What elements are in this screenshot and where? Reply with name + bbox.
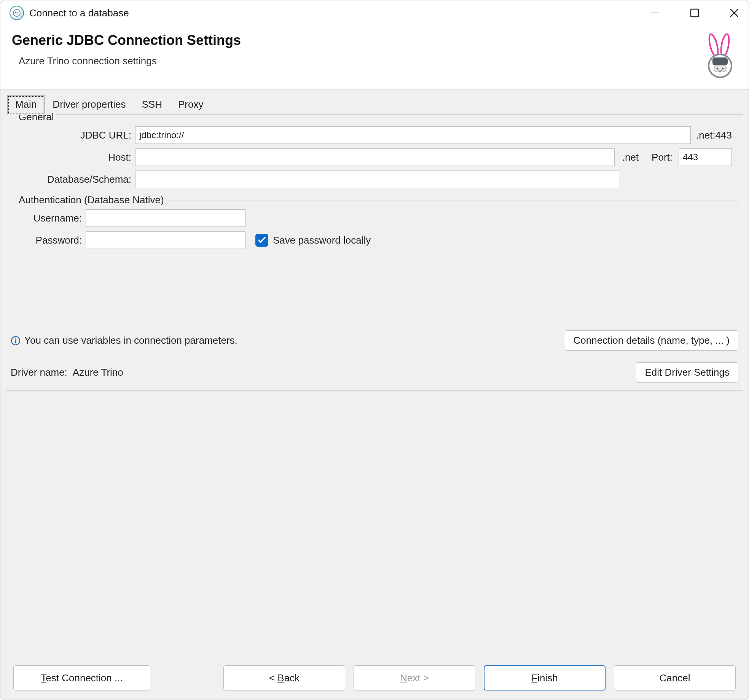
body-area: Main Driver properties SSH Proxy General… (0, 89, 749, 700)
finish-rest: inish (537, 672, 558, 684)
back-rest: ack (284, 672, 300, 684)
svg-point-8 (708, 33, 720, 57)
tab-panel-main: General JDBC URL: .net:443 Host: .net Po… (6, 114, 743, 391)
svg-point-2 (17, 12, 18, 13)
tab-ssh[interactable]: SSH (134, 95, 170, 115)
port-input[interactable] (679, 148, 732, 166)
wizard-footer: Test Connection ... < Back Next > Finish… (6, 658, 743, 700)
maximize-button[interactable] (687, 5, 702, 21)
password-input[interactable] (86, 231, 245, 249)
svg-point-14 (722, 68, 724, 70)
dbschema-label: Database/Schema: (17, 174, 131, 185)
back-key: B (277, 672, 284, 684)
svg-point-16 (15, 338, 16, 340)
host-input[interactable] (135, 148, 615, 166)
driver-name-value: Azure Trino (73, 367, 123, 378)
finish-button[interactable]: Finish (484, 665, 606, 690)
svg-point-3 (16, 14, 18, 14)
driver-row: Driver name: Azure Trino Edit Driver Set… (11, 356, 738, 385)
save-password-checkbox[interactable] (255, 234, 268, 247)
host-suffix: .net (622, 151, 639, 163)
svg-point-13 (717, 68, 719, 70)
group-general: General JDBC URL: .net:443 Host: .net Po… (11, 118, 738, 195)
tab-strip: Main Driver properties SSH Proxy (6, 95, 743, 115)
dialog-window: Connect to a database Generic JDBC Conne… (0, 0, 749, 700)
host-label: Host: (17, 151, 131, 163)
page-subtitle: Azure Trino connection settings (19, 55, 241, 67)
driver-name-label: Driver name: (11, 367, 67, 378)
svg-rect-5 (691, 9, 698, 17)
test-connection-button[interactable]: Test Connection ... (13, 665, 150, 690)
port-label: Port: (652, 151, 673, 163)
group-auth-legend: Authentication (Database Native) (16, 194, 166, 206)
back-button[interactable]: < Back (223, 665, 345, 690)
tab-main[interactable]: Main (7, 95, 45, 115)
tab-proxy[interactable]: Proxy (170, 95, 211, 115)
svg-rect-17 (15, 340, 16, 343)
next-button[interactable]: Next > (354, 665, 475, 690)
app-icon (10, 6, 24, 20)
tab-driver-properties[interactable]: Driver properties (45, 95, 134, 115)
window-title: Connect to a database (29, 7, 647, 19)
back-prefix: < (269, 672, 277, 684)
info-row: You can use variables in connection para… (11, 328, 738, 356)
cancel-button[interactable]: Cancel (614, 665, 736, 690)
jdbc-url-label: JDBC URL: (17, 129, 131, 141)
group-auth: Authentication (Database Native) Usernam… (11, 201, 738, 256)
jdbc-url-input[interactable] (135, 126, 691, 144)
username-label: Username: (17, 212, 82, 224)
mascot-icon (703, 32, 737, 80)
next-rest: ext > (407, 672, 429, 684)
window-controls (647, 5, 742, 21)
svg-rect-11 (712, 57, 728, 65)
save-password-label: Save password locally (273, 234, 371, 246)
password-label: Password: (17, 234, 82, 246)
finish-key: F (531, 672, 537, 684)
info-text: You can use variables in connection para… (24, 335, 237, 346)
svg-point-1 (15, 12, 16, 13)
title-bar: Connect to a database (0, 0, 749, 26)
header-zone: Generic JDBC Connection Settings Azure T… (0, 26, 749, 89)
close-button[interactable] (727, 5, 742, 21)
page-title: Generic JDBC Connection Settings (12, 32, 241, 48)
next-key: N (400, 672, 407, 684)
edit-driver-settings-button[interactable]: Edit Driver Settings (636, 362, 738, 383)
dbschema-input[interactable] (135, 171, 620, 188)
info-icon (11, 336, 21, 346)
connection-details-button[interactable]: Connection details (name, type, ... ) (565, 330, 738, 351)
svg-point-0 (13, 10, 20, 16)
svg-point-9 (720, 33, 730, 57)
username-input[interactable] (86, 209, 245, 227)
minimize-button[interactable] (647, 5, 663, 21)
jdbc-url-suffix: .net:443 (696, 129, 732, 141)
